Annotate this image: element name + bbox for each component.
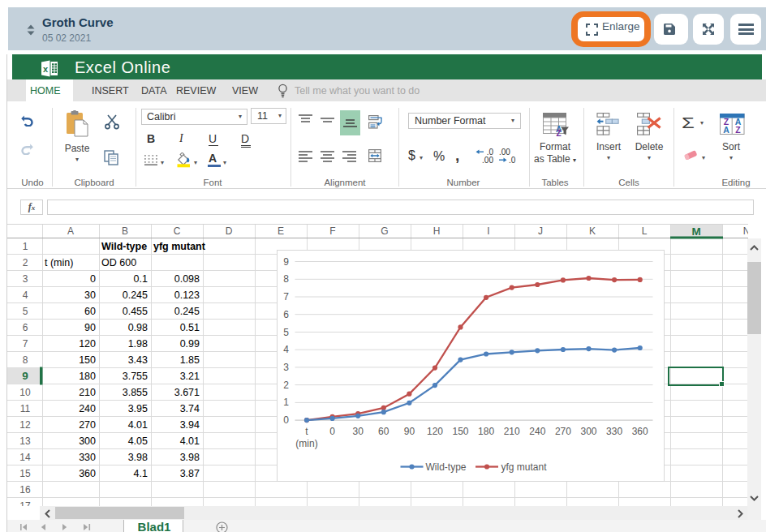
svg-text:OD 600: OD 600 — [101, 257, 136, 268]
svg-text:Z: Z — [557, 129, 562, 136]
svg-text:270: 270 — [555, 425, 571, 436]
svg-text:3: 3 — [283, 361, 289, 372]
svg-text:K: K — [589, 225, 596, 237]
svg-text:300: 300 — [580, 425, 596, 436]
svg-text:D: D — [226, 225, 233, 237]
svg-text:120: 120 — [79, 338, 96, 350]
svg-text:3.87: 3.87 — [180, 468, 200, 479]
svg-text:M: M — [691, 225, 700, 238]
svg-text:30: 30 — [84, 290, 96, 301]
svg-text:240: 240 — [529, 425, 545, 436]
svg-text:4.05: 4.05 — [128, 435, 148, 447]
svg-text:16: 16 — [19, 484, 31, 496]
svg-text:t (min): t (min) — [45, 257, 73, 268]
svg-text:4: 4 — [23, 290, 28, 301]
svg-text:4: 4 — [283, 344, 289, 355]
svg-text:0.098: 0.098 — [174, 273, 200, 285]
svg-text:270: 270 — [79, 419, 96, 431]
svg-text:0.98: 0.98 — [128, 322, 148, 333]
svg-text:0: 0 — [283, 414, 289, 426]
svg-text:I: I — [487, 225, 489, 237]
svg-text:A: A — [67, 225, 74, 237]
svg-text:210: 210 — [504, 425, 520, 436]
svg-text:5: 5 — [23, 306, 28, 317]
svg-text:Wild-type: Wild-type — [101, 241, 147, 252]
svg-text:0: 0 — [90, 273, 96, 285]
svg-text:7: 7 — [23, 338, 28, 350]
svg-text:(min): (min) — [295, 437, 317, 448]
svg-text:0.123: 0.123 — [174, 290, 200, 301]
svg-text:yfg mutant: yfg mutant — [153, 241, 206, 252]
svg-text:.0: .0 — [509, 156, 516, 164]
svg-text:E: E — [278, 225, 284, 237]
svg-text:3.74: 3.74 — [180, 403, 200, 414]
svg-text:330: 330 — [606, 425, 622, 436]
svg-text:3.95: 3.95 — [128, 403, 148, 414]
svg-text:17: 17 — [19, 500, 31, 506]
svg-text:30: 30 — [353, 425, 364, 436]
svg-text:N: N — [743, 225, 748, 237]
svg-text:3.98: 3.98 — [128, 452, 148, 463]
svg-text:x: x — [43, 64, 49, 74]
svg-text:0.99: 0.99 — [180, 338, 200, 350]
svg-text:15: 15 — [19, 468, 31, 479]
svg-text:4.1: 4.1 — [134, 468, 148, 479]
svg-text:0: 0 — [329, 425, 335, 436]
svg-text:3.94: 3.94 — [180, 419, 200, 431]
svg-text:60: 60 — [84, 306, 96, 317]
svg-text:1.85: 1.85 — [180, 354, 200, 366]
svg-text:8: 8 — [23, 354, 28, 366]
svg-text:yfg mutant: yfg mutant — [501, 461, 548, 472]
svg-text:7: 7 — [283, 291, 289, 302]
svg-text:360: 360 — [632, 425, 648, 436]
svg-text:14: 14 — [19, 452, 31, 463]
svg-text:0.245: 0.245 — [123, 290, 148, 301]
svg-text:360: 360 — [79, 468, 96, 479]
svg-text:9: 9 — [22, 370, 28, 382]
svg-text:2: 2 — [23, 257, 28, 268]
svg-text:3.98: 3.98 — [180, 452, 200, 463]
svg-text:330: 330 — [79, 452, 96, 463]
svg-text:90: 90 — [404, 425, 415, 436]
svg-text:1: 1 — [23, 241, 28, 252]
svg-text:G: G — [381, 225, 388, 237]
svg-text:4.01: 4.01 — [128, 419, 148, 431]
svg-text:180: 180 — [79, 371, 96, 382]
svg-text:1.98: 1.98 — [128, 338, 148, 350]
svg-text:120: 120 — [427, 425, 443, 436]
svg-text:240: 240 — [79, 403, 96, 414]
svg-text:Z: Z — [735, 125, 741, 135]
svg-text:6: 6 — [23, 322, 28, 333]
svg-text:H: H — [433, 225, 441, 237]
svg-text:L: L — [642, 225, 648, 237]
svg-text:0.51: 0.51 — [180, 322, 200, 333]
svg-text:C: C — [174, 225, 181, 237]
svg-text:6: 6 — [283, 308, 289, 320]
svg-text:210: 210 — [79, 387, 96, 398]
svg-text:F: F — [329, 225, 335, 237]
svg-text:B: B — [122, 225, 128, 237]
svg-text:90: 90 — [84, 322, 96, 333]
svg-text:3.671: 3.671 — [174, 387, 200, 398]
svg-text:3.43: 3.43 — [128, 354, 148, 366]
svg-text:180: 180 — [478, 425, 494, 436]
svg-text:.00: .00 — [482, 156, 493, 164]
svg-text:9: 9 — [283, 255, 289, 267]
svg-text:A: A — [723, 125, 729, 135]
svg-text:10: 10 — [19, 387, 31, 398]
svg-text:2: 2 — [283, 379, 289, 390]
svg-text:0.1: 0.1 — [134, 273, 148, 285]
svg-text:60: 60 — [378, 425, 389, 436]
svg-text:3.21: 3.21 — [180, 371, 200, 382]
svg-text:3: 3 — [23, 273, 28, 285]
svg-text:8: 8 — [283, 273, 289, 285]
svg-text:150: 150 — [452, 425, 468, 436]
svg-text:3.855: 3.855 — [123, 387, 148, 398]
svg-text:150: 150 — [79, 354, 96, 366]
svg-text:0.245: 0.245 — [174, 306, 200, 317]
svg-text:Wild-type: Wild-type — [426, 461, 467, 472]
svg-text:300: 300 — [79, 435, 96, 447]
svg-text:11: 11 — [20, 403, 31, 414]
svg-text:4.01: 4.01 — [180, 435, 200, 447]
svg-text:13: 13 — [19, 435, 31, 447]
